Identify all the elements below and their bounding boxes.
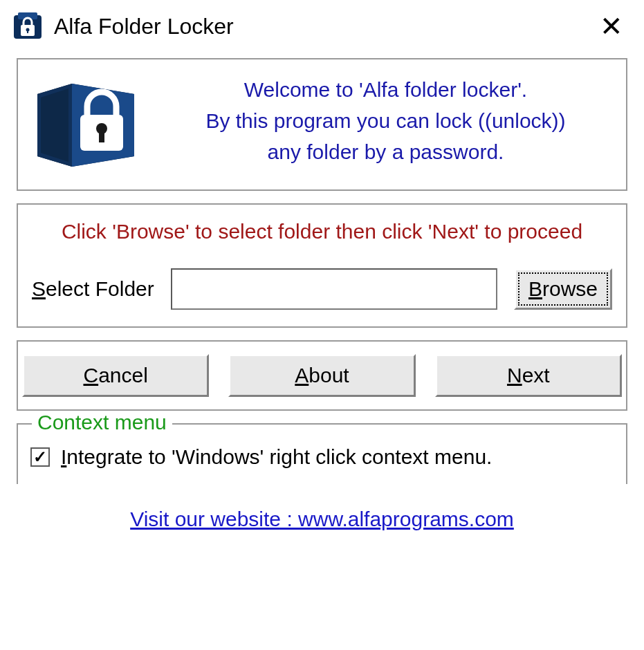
cancel-button[interactable]: Cancel (22, 354, 209, 397)
context-menu-legend: Context menu (32, 411, 172, 434)
checkmark-icon: ✓ (33, 449, 47, 465)
welcome-line1: Welcome to 'Alfa folder locker'. (158, 74, 614, 105)
app-lock-icon (11, 10, 44, 43)
instruction-text: Click 'Browse' to select folder then cli… (30, 220, 614, 243)
svg-rect-11 (99, 129, 104, 142)
titlebar: Alfa Folder Locker ✕ (11, 7, 633, 50)
integrate-checkbox[interactable]: ✓ (30, 447, 50, 467)
titlebar-left: Alfa Folder Locker (11, 10, 234, 43)
main-window: Alfa Folder Locker ✕ Welcome to 'Alfa fo… (0, 0, 644, 537)
about-button[interactable]: About (228, 354, 415, 397)
welcome-panel: Welcome to 'Alfa folder locker'. By this… (17, 58, 627, 191)
welcome-text: Welcome to 'Alfa folder locker'. By this… (158, 70, 614, 167)
welcome-line3: any folder by a password. (158, 136, 614, 167)
svg-rect-4 (27, 30, 28, 33)
window-title: Alfa Folder Locker (54, 14, 234, 39)
integrate-label: Integrate to 'Windows' right click conte… (61, 445, 492, 469)
button-panel: Cancel About Next (17, 340, 627, 411)
select-row: Select Folder Browse (30, 268, 614, 317)
website-link[interactable]: Visit our website : www.alfaprograms.com (130, 508, 514, 530)
close-icon[interactable]: ✕ (594, 12, 629, 40)
integrate-checkbox-row[interactable]: ✓ Integrate to 'Windows' right click con… (30, 445, 614, 469)
folder-lock-icon (30, 66, 141, 170)
welcome-line2: By this program you can lock ((unlock)) (158, 105, 614, 136)
context-menu-group: Context menu ✓ Integrate to 'Windows' ri… (17, 423, 627, 484)
select-folder-label: Select Folder (32, 277, 154, 301)
next-button[interactable]: Next (435, 354, 622, 397)
svg-marker-8 (41, 89, 68, 162)
select-panel: Click 'Browse' to select folder then cli… (17, 203, 627, 328)
browse-button[interactable]: Browse (514, 268, 612, 310)
folder-path-input[interactable] (171, 268, 497, 310)
footer: Visit our website : www.alfaprograms.com (11, 508, 633, 531)
